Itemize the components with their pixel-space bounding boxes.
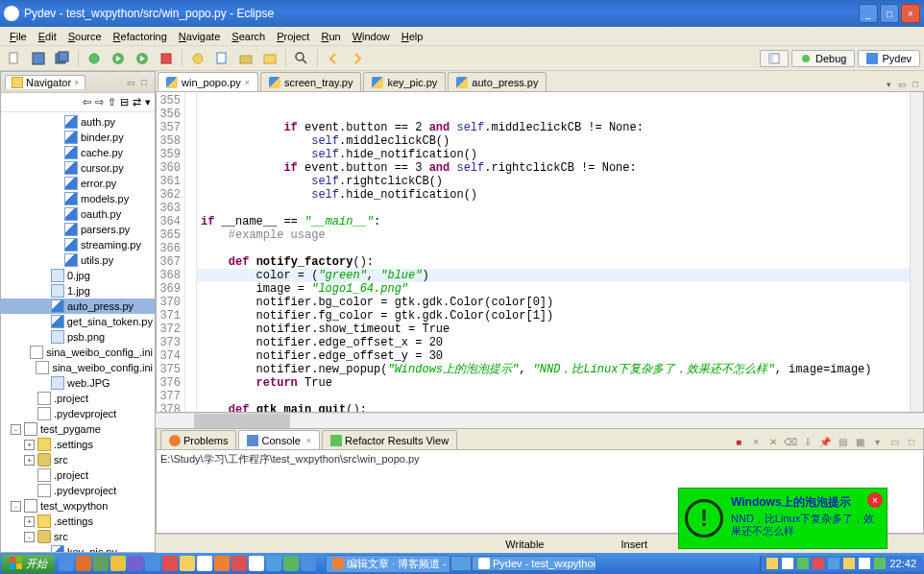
close-button[interactable]: × bbox=[901, 4, 920, 23]
new-button[interactable] bbox=[4, 48, 25, 69]
bottom-tab-refactor-results-view[interactable]: Refactor Results View bbox=[322, 430, 457, 449]
tree-item[interactable]: binder.py bbox=[1, 130, 155, 145]
bottom-tab-problems[interactable]: Problems bbox=[160, 430, 236, 449]
quick-launch-item[interactable] bbox=[180, 556, 195, 571]
tree-item[interactable]: -test_pygame bbox=[1, 421, 155, 437]
quick-launch-item[interactable] bbox=[266, 556, 281, 571]
code-line[interactable]: if event.button == 3 and self.rightclick… bbox=[201, 161, 906, 175]
editor-h-scrollbar[interactable] bbox=[156, 413, 924, 428]
tree-item[interactable]: -test_wxpython bbox=[1, 498, 155, 514]
tree-item[interactable]: get_sina_token.py bbox=[1, 314, 155, 329]
minimize-view-button[interactable]: ▭ bbox=[124, 76, 137, 89]
min-icon[interactable]: ▭ bbox=[887, 434, 902, 449]
tray-icon[interactable] bbox=[874, 558, 886, 569]
tray-icon[interactable] bbox=[797, 558, 809, 569]
code-line[interactable]: def gtk_main_quit(): bbox=[201, 403, 906, 412]
tree-item[interactable]: -src bbox=[1, 529, 155, 544]
notification-popup[interactable]: ! Windows上的泡泡提示 NND，比Linux下复杂多了，效果还不怎么样 … bbox=[678, 488, 888, 549]
up-icon[interactable]: ⇧ bbox=[108, 96, 116, 108]
menu-window[interactable]: Window bbox=[347, 29, 396, 44]
tree-item[interactable]: key_pic.py bbox=[1, 544, 155, 552]
menu-edit[interactable]: Edit bbox=[33, 29, 62, 44]
code-line[interactable]: def notify_factory(): bbox=[201, 255, 906, 269]
link-editor-icon[interactable]: ⇄ bbox=[133, 96, 141, 108]
maximize-view-button[interactable]: □ bbox=[137, 76, 151, 89]
code-line[interactable]: image = "logo1_64.png" bbox=[201, 282, 906, 296]
editor-tab[interactable]: win_popo.py× bbox=[158, 72, 258, 91]
new-package-button[interactable] bbox=[235, 48, 256, 69]
tree-item[interactable]: auth.py bbox=[1, 114, 155, 130]
folding-gutter[interactable] bbox=[185, 92, 197, 412]
new-project-button[interactable] bbox=[259, 48, 280, 69]
menu-navigate[interactable]: Navigate bbox=[173, 29, 226, 44]
quick-launch-item[interactable] bbox=[59, 556, 74, 571]
tree-item[interactable]: oauth.py bbox=[1, 206, 155, 222]
remove-launch-icon[interactable]: × bbox=[748, 434, 764, 449]
code-line[interactable]: notifier.bg_color = gtk.gdk.Color(color[… bbox=[201, 296, 906, 309]
tree-item[interactable]: .project bbox=[1, 467, 155, 483]
quick-launch-item[interactable] bbox=[214, 556, 230, 571]
editor-tab[interactable]: screen_tray.py bbox=[260, 72, 361, 91]
collapse-icon[interactable]: - bbox=[24, 532, 35, 542]
tree-item[interactable]: .pydevproject bbox=[1, 406, 155, 421]
editor-tab[interactable]: auto_press.py bbox=[448, 72, 547, 91]
code-line[interactable]: self.rightclickCB() bbox=[201, 175, 906, 188]
tree-item[interactable]: sina_weibo_config.ini bbox=[1, 360, 155, 375]
bottom-tab-console[interactable]: Console× bbox=[238, 430, 320, 449]
perspective-debug[interactable]: Debug bbox=[791, 50, 855, 67]
code-line[interactable]: notifier.edge_offset_x = 20 bbox=[201, 336, 906, 349]
display-console-icon[interactable]: ▤ bbox=[835, 434, 850, 449]
code-line[interactable] bbox=[201, 202, 906, 215]
terminate-icon[interactable]: ■ bbox=[731, 434, 746, 449]
quick-launch-item[interactable] bbox=[110, 556, 126, 571]
start-button[interactable]: 开始 bbox=[2, 555, 55, 573]
code-line[interactable]: return True bbox=[201, 376, 906, 390]
tree-item[interactable]: 0.jpg bbox=[1, 268, 155, 283]
menu-search[interactable]: Search bbox=[226, 29, 271, 44]
nav-back-button[interactable] bbox=[323, 48, 344, 69]
pin-console-icon[interactable]: 📌 bbox=[817, 434, 833, 449]
navigator-tree[interactable]: auth.pybinder.pycache.pycursor.pyerror.p… bbox=[1, 112, 155, 552]
code-line[interactable]: if event.button == 2 and self.middleclic… bbox=[201, 121, 906, 134]
menu-source[interactable]: Source bbox=[62, 29, 108, 44]
quick-launch-item[interactable] bbox=[283, 556, 299, 571]
notification-close-button[interactable]: × bbox=[867, 492, 883, 508]
menu-refactoring[interactable]: Refactoring bbox=[108, 29, 173, 44]
quick-launch-item[interactable] bbox=[76, 556, 91, 571]
navigator-tab[interactable]: Navigator × bbox=[5, 75, 85, 89]
clear-console-icon[interactable]: ⌫ bbox=[783, 434, 798, 449]
perspective-pydev[interactable]: Pydev bbox=[858, 50, 920, 67]
code-editor[interactable]: 355 356 357 358 359 360 361 362 363 364 … bbox=[156, 92, 924, 413]
code-line[interactable]: self.middleclickCB() bbox=[201, 134, 906, 148]
code-line[interactable]: if __name__ == "__main__": bbox=[201, 215, 906, 228]
taskbar-item[interactable] bbox=[450, 556, 472, 571]
code-line[interactable]: self.hide_notification() bbox=[201, 148, 906, 161]
run-last-button[interactable] bbox=[132, 48, 153, 69]
remove-all-icon[interactable]: ✕ bbox=[766, 434, 781, 449]
tree-item[interactable]: parsers.py bbox=[1, 222, 155, 237]
tab-close-icon[interactable]: × bbox=[74, 78, 79, 87]
code-line[interactable]: notifier.edge_offset_y = 30 bbox=[201, 349, 906, 363]
forward-icon[interactable]: ⇨ bbox=[95, 96, 104, 108]
code-area[interactable]: if event.button == 2 and self.middleclic… bbox=[197, 92, 910, 412]
debug-button[interactable] bbox=[84, 48, 105, 69]
tree-item[interactable]: +.settings bbox=[1, 514, 155, 529]
quick-launch-item[interactable] bbox=[162, 556, 178, 571]
tree-item[interactable]: cursor.py bbox=[1, 160, 155, 176]
code-line[interactable] bbox=[201, 242, 906, 255]
collapse-icon[interactable]: - bbox=[11, 424, 21, 435]
menu-file[interactable]: File bbox=[4, 29, 33, 44]
quick-launch-item[interactable] bbox=[128, 556, 143, 571]
code-line[interactable]: #example usage bbox=[201, 228, 906, 242]
tab-list-icon[interactable]: ▾ bbox=[882, 78, 895, 91]
quick-launch-item[interactable] bbox=[145, 556, 160, 571]
code-line[interactable]: notifier.new_popup("Windows上的泡泡提示", "NND… bbox=[201, 363, 906, 376]
tree-item[interactable]: .project bbox=[1, 391, 155, 406]
quick-launch-item[interactable] bbox=[231, 556, 247, 571]
max-icon[interactable]: □ bbox=[904, 434, 919, 449]
tray-icon[interactable] bbox=[859, 558, 870, 569]
tree-item[interactable]: utils.py bbox=[1, 252, 155, 268]
taskbar-item[interactable]: Pydev - test_wxpython/… bbox=[472, 556, 596, 571]
new-class-button[interactable] bbox=[187, 48, 208, 69]
tray-icon[interactable] bbox=[828, 558, 839, 569]
